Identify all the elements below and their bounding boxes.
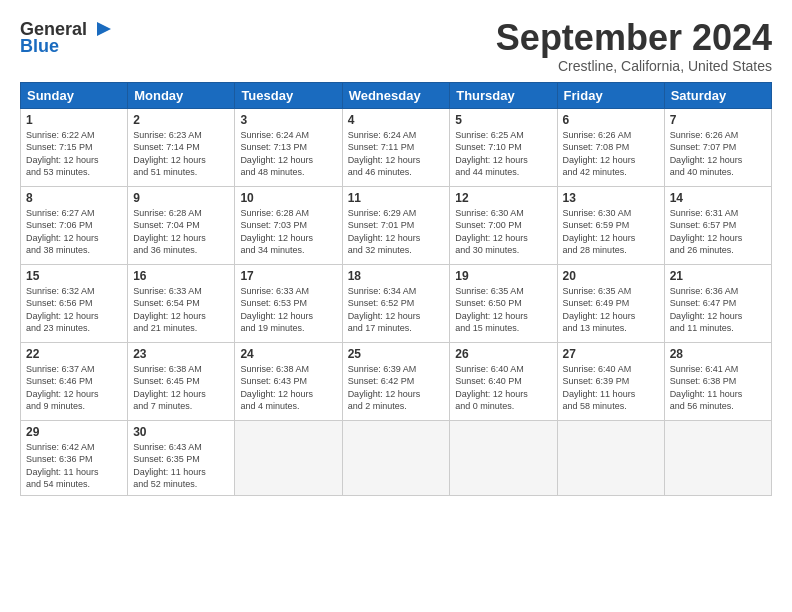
day-info: Sunrise: 6:35 AM Sunset: 6:49 PM Dayligh… <box>563 285 659 335</box>
table-row: 19Sunrise: 6:35 AM Sunset: 6:50 PM Dayli… <box>450 264 557 342</box>
day-info: Sunrise: 6:43 AM Sunset: 6:35 PM Dayligh… <box>133 441 229 491</box>
day-info: Sunrise: 6:34 AM Sunset: 6:52 PM Dayligh… <box>348 285 445 335</box>
day-number: 5 <box>455 113 551 127</box>
table-row: 27Sunrise: 6:40 AM Sunset: 6:39 PM Dayli… <box>557 342 664 420</box>
day-info: Sunrise: 6:23 AM Sunset: 7:14 PM Dayligh… <box>133 129 229 179</box>
table-row: 25Sunrise: 6:39 AM Sunset: 6:42 PM Dayli… <box>342 342 450 420</box>
day-info: Sunrise: 6:40 AM Sunset: 6:39 PM Dayligh… <box>563 363 659 413</box>
day-info: Sunrise: 6:42 AM Sunset: 6:36 PM Dayligh… <box>26 441 122 491</box>
day-number: 29 <box>26 425 122 439</box>
day-info: Sunrise: 6:40 AM Sunset: 6:40 PM Dayligh… <box>455 363 551 413</box>
day-number: 15 <box>26 269 122 283</box>
day-info: Sunrise: 6:26 AM Sunset: 7:08 PM Dayligh… <box>563 129 659 179</box>
day-info: Sunrise: 6:28 AM Sunset: 7:04 PM Dayligh… <box>133 207 229 257</box>
col-friday: Friday <box>557 82 664 108</box>
page-subtitle: Crestline, California, United States <box>496 58 772 74</box>
table-row: 30Sunrise: 6:43 AM Sunset: 6:35 PM Dayli… <box>128 420 235 495</box>
table-row: 11Sunrise: 6:29 AM Sunset: 7:01 PM Dayli… <box>342 186 450 264</box>
day-number: 23 <box>133 347 229 361</box>
table-row <box>557 420 664 495</box>
col-saturday: Saturday <box>664 82 771 108</box>
day-number: 24 <box>240 347 336 361</box>
table-row: 6Sunrise: 6:26 AM Sunset: 7:08 PM Daylig… <box>557 108 664 186</box>
day-info: Sunrise: 6:22 AM Sunset: 7:15 PM Dayligh… <box>26 129 122 179</box>
day-info: Sunrise: 6:28 AM Sunset: 7:03 PM Dayligh… <box>240 207 336 257</box>
day-info: Sunrise: 6:25 AM Sunset: 7:10 PM Dayligh… <box>455 129 551 179</box>
day-number: 20 <box>563 269 659 283</box>
day-number: 26 <box>455 347 551 361</box>
day-number: 3 <box>240 113 336 127</box>
logo-icon <box>91 18 113 40</box>
day-number: 28 <box>670 347 766 361</box>
table-row: 10Sunrise: 6:28 AM Sunset: 7:03 PM Dayli… <box>235 186 342 264</box>
day-number: 17 <box>240 269 336 283</box>
table-row: 9Sunrise: 6:28 AM Sunset: 7:04 PM Daylig… <box>128 186 235 264</box>
table-row: 16Sunrise: 6:33 AM Sunset: 6:54 PM Dayli… <box>128 264 235 342</box>
table-row: 26Sunrise: 6:40 AM Sunset: 6:40 PM Dayli… <box>450 342 557 420</box>
col-wednesday: Wednesday <box>342 82 450 108</box>
day-number: 11 <box>348 191 445 205</box>
table-row: 20Sunrise: 6:35 AM Sunset: 6:49 PM Dayli… <box>557 264 664 342</box>
day-number: 8 <box>26 191 122 205</box>
header: General Blue September 2024 Crestline, C… <box>20 18 772 74</box>
day-info: Sunrise: 6:32 AM Sunset: 6:56 PM Dayligh… <box>26 285 122 335</box>
calendar-table: Sunday Monday Tuesday Wednesday Thursday… <box>20 82 772 496</box>
day-info: Sunrise: 6:30 AM Sunset: 7:00 PM Dayligh… <box>455 207 551 257</box>
day-number: 7 <box>670 113 766 127</box>
day-number: 10 <box>240 191 336 205</box>
day-number: 30 <box>133 425 229 439</box>
day-info: Sunrise: 6:38 AM Sunset: 6:43 PM Dayligh… <box>240 363 336 413</box>
table-row: 21Sunrise: 6:36 AM Sunset: 6:47 PM Dayli… <box>664 264 771 342</box>
day-number: 27 <box>563 347 659 361</box>
table-row: 24Sunrise: 6:38 AM Sunset: 6:43 PM Dayli… <box>235 342 342 420</box>
day-number: 19 <box>455 269 551 283</box>
table-row: 13Sunrise: 6:30 AM Sunset: 6:59 PM Dayli… <box>557 186 664 264</box>
svg-marker-0 <box>97 22 111 36</box>
day-number: 1 <box>26 113 122 127</box>
day-info: Sunrise: 6:35 AM Sunset: 6:50 PM Dayligh… <box>455 285 551 335</box>
table-row: 23Sunrise: 6:38 AM Sunset: 6:45 PM Dayli… <box>128 342 235 420</box>
day-info: Sunrise: 6:37 AM Sunset: 6:46 PM Dayligh… <box>26 363 122 413</box>
day-number: 6 <box>563 113 659 127</box>
day-number: 9 <box>133 191 229 205</box>
day-number: 4 <box>348 113 445 127</box>
day-info: Sunrise: 6:29 AM Sunset: 7:01 PM Dayligh… <box>348 207 445 257</box>
table-row: 5Sunrise: 6:25 AM Sunset: 7:10 PM Daylig… <box>450 108 557 186</box>
col-thursday: Thursday <box>450 82 557 108</box>
day-number: 18 <box>348 269 445 283</box>
logo: General Blue <box>20 18 113 57</box>
table-row <box>450 420 557 495</box>
table-row <box>342 420 450 495</box>
day-info: Sunrise: 6:38 AM Sunset: 6:45 PM Dayligh… <box>133 363 229 413</box>
table-row: 29Sunrise: 6:42 AM Sunset: 6:36 PM Dayli… <box>21 420 128 495</box>
table-row: 12Sunrise: 6:30 AM Sunset: 7:00 PM Dayli… <box>450 186 557 264</box>
logo-blue: Blue <box>20 36 59 57</box>
table-row: 22Sunrise: 6:37 AM Sunset: 6:46 PM Dayli… <box>21 342 128 420</box>
table-row: 4Sunrise: 6:24 AM Sunset: 7:11 PM Daylig… <box>342 108 450 186</box>
day-info: Sunrise: 6:30 AM Sunset: 6:59 PM Dayligh… <box>563 207 659 257</box>
col-tuesday: Tuesday <box>235 82 342 108</box>
day-info: Sunrise: 6:39 AM Sunset: 6:42 PM Dayligh… <box>348 363 445 413</box>
day-number: 13 <box>563 191 659 205</box>
table-row <box>664 420 771 495</box>
day-info: Sunrise: 6:24 AM Sunset: 7:13 PM Dayligh… <box>240 129 336 179</box>
day-info: Sunrise: 6:27 AM Sunset: 7:06 PM Dayligh… <box>26 207 122 257</box>
col-sunday: Sunday <box>21 82 128 108</box>
day-info: Sunrise: 6:26 AM Sunset: 7:07 PM Dayligh… <box>670 129 766 179</box>
table-row: 8Sunrise: 6:27 AM Sunset: 7:06 PM Daylig… <box>21 186 128 264</box>
day-number: 16 <box>133 269 229 283</box>
day-info: Sunrise: 6:33 AM Sunset: 6:53 PM Dayligh… <box>240 285 336 335</box>
table-row <box>235 420 342 495</box>
table-row: 15Sunrise: 6:32 AM Sunset: 6:56 PM Dayli… <box>21 264 128 342</box>
page-title: September 2024 <box>496 18 772 58</box>
table-row: 14Sunrise: 6:31 AM Sunset: 6:57 PM Dayli… <box>664 186 771 264</box>
table-row: 1Sunrise: 6:22 AM Sunset: 7:15 PM Daylig… <box>21 108 128 186</box>
table-row: 2Sunrise: 6:23 AM Sunset: 7:14 PM Daylig… <box>128 108 235 186</box>
table-row: 18Sunrise: 6:34 AM Sunset: 6:52 PM Dayli… <box>342 264 450 342</box>
day-number: 2 <box>133 113 229 127</box>
page: General Blue September 2024 Crestline, C… <box>0 0 792 612</box>
day-number: 22 <box>26 347 122 361</box>
day-number: 14 <box>670 191 766 205</box>
calendar-header-row: Sunday Monday Tuesday Wednesday Thursday… <box>21 82 772 108</box>
table-row: 3Sunrise: 6:24 AM Sunset: 7:13 PM Daylig… <box>235 108 342 186</box>
